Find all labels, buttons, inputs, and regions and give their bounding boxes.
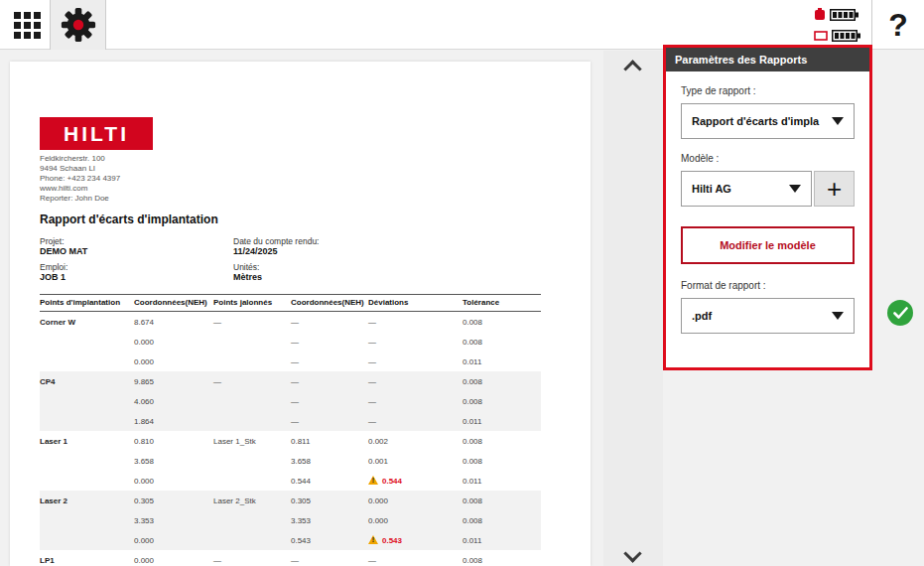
table-cell: 3.353 <box>134 516 213 525</box>
confirm-button[interactable] <box>887 300 913 326</box>
table-cell: LP1 <box>40 556 134 565</box>
units-value: Mètres <box>233 272 319 282</box>
job-value: JOB 1 <box>40 272 87 282</box>
table-cell: 0.008 <box>462 397 541 406</box>
table-cell: 8.674 <box>134 318 213 327</box>
add-model-button[interactable]: + <box>814 171 855 207</box>
battery-icon <box>832 28 861 44</box>
table-cell: 3.658 <box>291 457 368 466</box>
help-button[interactable]: ? <box>872 7 924 44</box>
table-cell: 0.008 <box>462 318 541 327</box>
address-line: 9494 Schaan LI <box>40 164 120 174</box>
table-cell: 3.658 <box>134 457 213 466</box>
table-cell: 0.000 <box>134 357 213 366</box>
report-settings-panel: Paramètres des Rapports Type de rapport … <box>663 45 872 370</box>
table-cell: 4.060 <box>134 397 213 406</box>
topbar: ? <box>0 0 924 50</box>
table-cell: 0.011 <box>462 477 541 486</box>
table-cell: 0.008 <box>462 338 541 347</box>
scroll-down-icon[interactable] <box>623 544 641 562</box>
table-row: 0.000——0.008 <box>40 332 541 352</box>
header-cell: Tolérance <box>462 298 541 308</box>
table-row: 4.060——0.008 <box>40 391 541 411</box>
table-cell: — <box>368 318 462 327</box>
table-cell: — <box>213 556 291 565</box>
settings-button[interactable] <box>50 0 106 50</box>
table-cell: 0.001 <box>368 457 462 466</box>
table-body: Corner W8.674———0.0080.000——0.0080.000——… <box>40 312 541 566</box>
model-dropdown[interactable]: Hilti AG <box>681 171 812 207</box>
report-type-dropdown[interactable]: Rapport d'écarts d'impla <box>681 103 855 139</box>
chevron-down-icon <box>789 185 801 193</box>
table-cell: Laser 2 <box>40 496 134 505</box>
model-label: Modèle : <box>681 153 855 164</box>
header-cell: Points jalonnés <box>213 298 291 308</box>
apps-grid-button[interactable] <box>8 7 46 43</box>
table-cell: — <box>213 318 291 327</box>
device1-indicator-icon <box>814 8 826 22</box>
scrollbar[interactable] <box>603 51 663 566</box>
table-cell: 9.865 <box>134 377 213 386</box>
table-cell: 0.543 <box>291 536 368 545</box>
header-cell: Coordonnées(NEH) <box>134 298 213 308</box>
header-cell: Déviations <box>368 298 462 308</box>
table-cell: 0.008 <box>462 437 541 446</box>
table-cell: — <box>213 377 291 386</box>
table-cell: 0.000 <box>134 536 213 545</box>
device2-battery-row <box>814 28 861 44</box>
table-cell: — <box>368 397 462 406</box>
table-row: Laser 20.305Laser 2_Stk0.3050.0000.008 <box>40 491 541 510</box>
table-cell: Corner W <box>40 318 134 327</box>
table-cell: Laser 1_Stk <box>213 437 291 446</box>
device1-battery-row <box>814 7 861 23</box>
table-cell: — <box>291 318 368 327</box>
table-cell: — <box>291 357 368 366</box>
table-cell: 0.543 <box>368 535 462 545</box>
battery-status <box>814 7 871 44</box>
table-cell: 0.008 <box>462 556 541 565</box>
table-cell: — <box>291 556 368 565</box>
table-cell: 0.544 <box>291 477 368 486</box>
table-cell: 0.008 <box>462 377 541 386</box>
report-type-value: Rapport d'écarts d'impla <box>692 115 832 127</box>
report-title: Rapport d'écarts d'implantation <box>40 212 218 226</box>
report-format-dropdown[interactable]: .pdf <box>681 298 855 334</box>
report-type-label: Type de rapport : <box>681 85 855 96</box>
table-row: LP10.000———0.008 <box>40 550 541 566</box>
project-label: Projet: <box>40 236 87 246</box>
table-cell: Laser 1 <box>40 437 134 446</box>
battery-icon <box>830 7 859 23</box>
table-cell: 0.305 <box>291 496 368 505</box>
header-cell: Coordonnées(NEH) <box>291 298 368 308</box>
gear-icon <box>60 6 97 44</box>
table-cell: — <box>291 377 368 386</box>
table-row: 3.3533.3530.0000.008 <box>40 510 541 530</box>
device2-indicator-icon <box>814 30 828 42</box>
header-cell: Points d'implantation <box>40 298 134 308</box>
checkmark-icon <box>893 307 908 319</box>
table-cell: — <box>291 338 368 347</box>
panel-title: Paramètres des Rapports <box>666 48 869 71</box>
scroll-up-icon[interactable] <box>623 60 641 77</box>
table-cell: 0.811 <box>291 437 368 446</box>
table-cell: 0.000 <box>368 516 462 525</box>
table-row: CP49.865———0.008 <box>40 371 541 391</box>
table-cell: 0.011 <box>462 417 541 426</box>
warning-icon <box>368 476 378 485</box>
deviation-table: Points d'implantation Coordonnées(NEH) P… <box>40 294 541 566</box>
table-cell: — <box>291 417 368 426</box>
table-cell: 0.810 <box>134 437 213 446</box>
table-cell: 0.000 <box>134 477 213 486</box>
address-line: Reporter: John Doe <box>40 194 120 204</box>
table-cell: 0.544 <box>368 476 462 486</box>
table-cell: 0.011 <box>462 536 541 545</box>
report-format-label: Format de rapport : <box>681 280 855 291</box>
report-preview: HILTI Feldkircherstr. 100 9494 Schaan LI… <box>10 62 591 566</box>
table-row: 0.0000.5440.5440.011 <box>40 471 541 491</box>
table-row: 0.0000.5430.5430.011 <box>40 530 541 550</box>
table-row: 0.000——0.011 <box>40 352 541 371</box>
table-cell: 0.000 <box>134 338 213 347</box>
chevron-down-icon <box>832 117 844 125</box>
table-cell: — <box>291 397 368 406</box>
modify-model-button[interactable]: Modifier le modèle <box>681 226 855 264</box>
